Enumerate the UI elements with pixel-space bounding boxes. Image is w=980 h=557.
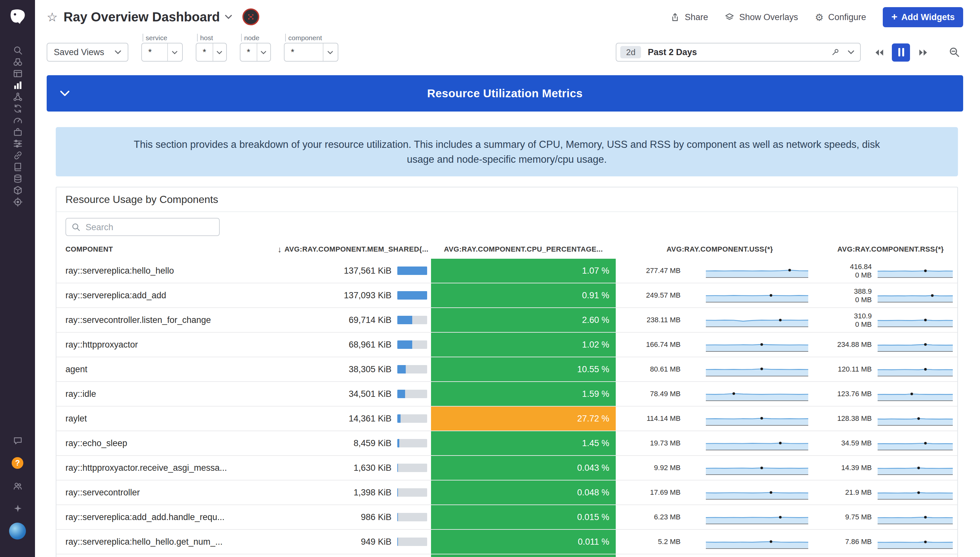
pause-button[interactable] [892,43,910,61]
configure-button[interactable]: ⚙ Configure [815,12,866,22]
sidebar-item-link[interactable] [13,149,22,161]
table-row[interactable]: ray::servecontroller1,398 KiB0.048 %17.6… [56,480,957,505]
chevron-down-icon [167,44,182,61]
uss-cell: 6.06 MB [616,554,824,557]
filter-value: * [142,47,167,57]
table-row[interactable]: ray::servereplica:add_add.handle_requ...… [56,505,957,530]
rss-value: 120.11 MB [824,365,872,373]
zoom-out-button[interactable] [945,43,963,61]
filter-group-service: service* [141,34,183,62]
mem-bar [397,464,427,472]
sidebar-item-target[interactable] [13,196,22,207]
column-header-uss[interactable]: AVG:RAY.COMPONENT.USS{*} [616,245,824,253]
sparkline-chart [705,436,809,450]
sidebar-item-metrics-chart[interactable] [13,79,22,91]
sparkline-chart [705,535,809,549]
mem-bar [397,316,427,324]
gauge-icon [13,115,22,125]
add-widgets-label: Add Widgets [901,12,955,22]
table-row[interactable]: ray::servereplica:hello_hello137,561 KiB… [56,259,957,283]
column-header-component[interactable]: COMPONENT [56,245,253,253]
show-overlays-button[interactable]: Show Overlays [725,12,798,22]
puzzle-icon [13,127,22,137]
sidebar-item-book[interactable] [13,161,22,173]
table-row[interactable]: ray::servecontroller.listen_for_change69… [56,308,957,333]
favorite-star-icon[interactable]: ☆ [47,10,58,24]
add-widgets-button[interactable]: + Add Widgets [883,7,963,27]
filter-select-host[interactable]: * [196,43,227,62]
fast-forward-button[interactable] [914,43,932,61]
cpu-percentage-cell: 10.55 % [431,357,616,381]
sidebar-item-gauge[interactable] [13,114,22,126]
filter-select-node[interactable]: * [240,43,271,62]
cpu-percentage-value: 1.07 % [582,266,609,275]
sidebar-item-user-avatar[interactable] [9,525,26,537]
main-area: ☆ Ray Overview Dashboard Share Show Over… [35,0,980,557]
sidebar-item-sparkle[interactable] [9,503,26,514]
sidebar-item-sync[interactable] [13,103,22,114]
uss-cell: 78.49 MB [616,382,824,406]
sidebar-item-cube[interactable] [13,184,22,196]
datadog-logo[interactable] [6,5,29,29]
filter-select-component[interactable]: * [284,43,338,62]
sort-descending-icon: ↓ [278,244,282,254]
sidebar-item-chat[interactable] [9,435,26,446]
sidebar-item-dashboards[interactable] [13,67,22,79]
title-chevron-down-icon[interactable] [225,14,232,20]
sparkline-chart [705,362,809,376]
sidebar-item-cluster[interactable] [13,91,22,103]
sidebar-item-database[interactable] [13,173,22,184]
mem-bar [397,513,427,521]
column-header-cpu-percentage[interactable]: AVG:RAY.COMPONENT.CPU_PERCENTAGE... [431,245,616,253]
search-input[interactable] [84,221,214,233]
share-button[interactable]: Share [671,12,708,22]
column-header-mem-shared[interactable]: ↓ AVG:RAY.COMPONENT.MEM_SHARED{... [253,244,431,254]
column-header-rss[interactable]: AVG:RAY.COMPONENT.RSS{*} [824,245,957,253]
component-name: ray::servereplica:hello_hello.handle_re.… [56,554,253,557]
saved-views-label: Saved Views [54,47,104,57]
mem-shared-cell: 949 KiB [253,530,431,554]
cpu-percentage-cell: 2.60 % [431,308,616,332]
dashboard-avatar[interactable] [243,8,260,25]
sidebar-item-users[interactable] [9,480,26,492]
table-row[interactable]: ray::servereplica:add_add137,093 KiB0.91… [56,283,957,308]
mem-shared-cell: 137,093 KiB [253,283,431,307]
rewind-button[interactable] [870,43,888,61]
sidebar-item-search[interactable] [13,44,22,56]
rss-cell: 9.4 MB [824,554,957,557]
sidebar-item-binoculars[interactable] [13,56,22,67]
filter-select-service[interactable]: * [141,43,183,62]
mem-bar [397,291,427,300]
saved-views-button[interactable]: Saved Views [47,43,128,62]
pipelines-icon [13,138,22,148]
table-row[interactable]: ray::httpproxyactor.receive_asgi_messa..… [56,456,957,480]
collapse-chevron-icon[interactable] [60,90,70,97]
table-row[interactable]: ray::httpproxyactor68,961 KiB1.02 %166.7… [56,333,957,357]
table-row[interactable]: raylet14,361 KiB27.72 %114.14 MB128.38 M… [56,407,957,431]
table-row[interactable]: agent38,305 KiB10.55 %80.61 MB120.11 MB [56,357,957,382]
cpu-percentage-value: 0.043 % [577,463,609,473]
rss-value: 234.88 MB [824,341,872,349]
sparkline-chart [877,264,954,278]
sidebar: ? [0,0,35,557]
section-header-banner[interactable]: Resource Utilization Metrics [47,75,963,112]
rss-value: 388.9 0 MB [824,287,872,303]
chevron-down-icon[interactable] [848,50,854,54]
time-range-picker[interactable]: 2d Past 2 Days [616,43,861,62]
table-row[interactable]: ray::servereplica:hello_hello.handle_re.… [56,554,957,557]
cpu-percentage-value: 27.72 % [577,414,609,423]
sidebar-item-puzzle[interactable] [13,126,22,137]
mem-shared-value: 8,459 KiB [354,438,392,448]
table-row[interactable]: ray::echo_sleep8,459 KiB1.45 %19.73 MB34… [56,431,957,456]
table-row[interactable]: ray::idle34,501 KiB1.59 %78.49 MB123.76 … [56,382,957,407]
mem-bar [397,340,427,349]
filter-label: component [285,34,338,41]
sidebar-item-help[interactable]: ? [9,457,26,469]
cpu-percentage-value: 0.015 % [577,512,609,522]
filter-value: * [284,47,323,57]
pin-icon[interactable] [831,48,840,57]
sidebar-item-pipelines[interactable] [13,137,22,149]
gear-icon: ⚙ [815,12,824,22]
section-description: This section provides a breakdown of you… [56,127,958,176]
table-row[interactable]: ray::servereplica:hello_hello.get_num_..… [56,530,957,554]
